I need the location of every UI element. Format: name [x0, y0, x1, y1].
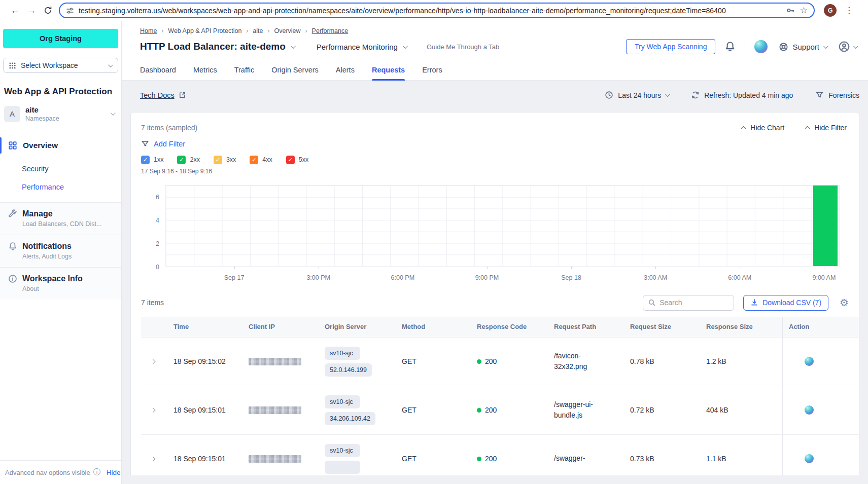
status-filter-label: 4xx [262, 156, 272, 163]
row-client-ip [239, 386, 316, 434]
row-response-size: 1.2 kB [697, 338, 782, 386]
status-filter-checkbox[interactable]: ✓ [286, 156, 295, 164]
status-filter-label: 5xx [299, 156, 308, 163]
hide-filter-toggle[interactable]: Hide Filter [806, 124, 847, 132]
row-client-ip [239, 338, 316, 386]
url-text[interactable]: testing.staging.volterra.us/web/workspac… [79, 7, 781, 15]
breadcrumb-home[interactable]: Home [140, 27, 157, 34]
row-time: 18 Sep 09:15:02 [164, 338, 239, 386]
back-button[interactable]: ← [7, 5, 23, 16]
tab-traffic[interactable]: Traffic [234, 60, 254, 80]
workspace-select[interactable]: Select Workspace [3, 58, 118, 73]
action-sphere-icon[interactable] [805, 454, 814, 463]
status-filter-checkbox[interactable]: ✓ [141, 156, 150, 164]
status-filter-checkbox[interactable]: ✓ [214, 156, 222, 164]
hide-chart-toggle[interactable]: Hide Chart [742, 124, 784, 132]
bookmark-star-icon[interactable]: ☆ [800, 6, 808, 15]
requests-chart: 0246 Sep 173:00 PM6:00 PM9:00 PMSep 183:… [141, 185, 840, 287]
status-filter-5xx[interactable]: ✓ 5xx [286, 156, 308, 164]
row-expander-icon[interactable] [150, 359, 155, 364]
monitoring-dropdown[interactable]: Performance Monitoring [317, 43, 398, 51]
forensics-label: Forensics [828, 91, 859, 99]
tab-origin-servers[interactable]: Origin Servers [271, 60, 319, 80]
status-filter-2xx[interactable]: ✓ 2xx [177, 156, 199, 164]
action-sphere-icon[interactable] [805, 405, 814, 415]
hide-nav-button[interactable]: Hide [107, 469, 121, 476]
gear-icon[interactable]: ⚙ [840, 297, 849, 308]
tech-docs-link[interactable]: Tech Docs [140, 91, 175, 99]
table-row[interactable]: 18 Sep 09:15:01 sv10-sjc 34.206.109.42 G… [141, 386, 859, 434]
browser-menu-icon[interactable]: ⋮ [845, 5, 853, 16]
status-filter-1xx[interactable]: ✓ 1xx [141, 156, 163, 164]
search-box[interactable] [643, 295, 734, 311]
notifications-bell-icon[interactable] [724, 41, 736, 52]
status-filter-checkbox[interactable]: ✓ [250, 156, 258, 164]
status-filters: ✓ 1xx ✓ 2xx ✓ 3xx ✓ 4xx ✓ 5xx [141, 156, 859, 164]
add-filter-button[interactable]: Add Filter [141, 140, 859, 148]
tab-errors[interactable]: Errors [422, 60, 442, 80]
search-input[interactable] [659, 299, 751, 307]
row-action [782, 386, 859, 434]
title-dropdown-icon[interactable] [291, 44, 296, 49]
site-settings-icon[interactable] [66, 7, 74, 15]
assistant-sphere-icon[interactable] [754, 40, 768, 53]
col-method: Method [393, 323, 468, 330]
browser-profile-avatar[interactable]: G [824, 4, 837, 17]
support-menu[interactable]: Support [779, 42, 827, 52]
chart-y-axis: 0246 [141, 185, 163, 267]
breadcrumb-performance[interactable]: Performance [312, 27, 349, 34]
user-menu[interactable] [838, 41, 857, 53]
origin-site-chip: sv10-sjc [325, 347, 360, 360]
tab-dashboard[interactable]: Dashboard [140, 60, 176, 80]
refresh-button[interactable]: Refresh: Updated 4 min ago [691, 91, 793, 99]
forensics-button[interactable]: Forensics [815, 91, 859, 99]
sidebar-item-manage[interactable]: Manage Load Balancers, CDN Dist... [0, 202, 121, 235]
address-bar[interactable]: testing.staging.volterra.us/web/workspac… [59, 3, 815, 18]
forward-button[interactable]: → [23, 5, 40, 16]
breadcrumb-overview[interactable]: Overview [274, 27, 301, 34]
tab-alerts[interactable]: Alerts [336, 60, 355, 80]
chart-plot [165, 185, 840, 267]
sidebar-item-overview[interactable]: Overview [0, 136, 121, 155]
table-row[interactable]: 18 Sep 09:15:02 sv10-sjc 52.0.146.199 GE… [141, 337, 859, 386]
sidebar-item-performance[interactable]: Performance [22, 183, 121, 191]
sidebar-item-notifications[interactable]: Notifications Alerts, Audit Logs [0, 235, 121, 267]
status-filter-label: 3xx [226, 156, 236, 163]
row-request-size: 0.72 kB [621, 386, 697, 434]
try-web-app-scanning-button[interactable]: Try Web App Scanning [626, 39, 715, 54]
breadcrumb-namespace[interactable]: aite [253, 27, 263, 34]
active-indicator [0, 137, 2, 154]
chart-date-range: 17 Sep 9:16 - 18 Sep 9:16 [141, 168, 859, 175]
sidebar-item-security[interactable]: Security [22, 165, 121, 173]
status-filter-checkbox[interactable]: ✓ [177, 156, 186, 164]
tab-requests[interactable]: Requests [372, 60, 405, 80]
breadcrumb-waap[interactable]: Web App & API Protection [168, 27, 241, 34]
namespace-selector[interactable]: A aite Namespace [4, 105, 117, 122]
status-filter-4xx[interactable]: ✓ 4xx [250, 156, 272, 164]
status-filter-3xx[interactable]: ✓ 3xx [214, 156, 236, 164]
row-origin-server: sv10-sjc 52.0.146.199 [316, 338, 393, 386]
add-filter-label: Add Filter [154, 140, 185, 148]
org-staging-button[interactable]: Org Staging [3, 29, 118, 48]
sidebar-item-label: Notifications [22, 242, 72, 251]
password-key-icon[interactable] [786, 6, 795, 15]
sidebar-item-label: Workspace Info [22, 274, 83, 283]
reload-button[interactable] [40, 6, 56, 15]
action-sphere-icon[interactable] [805, 357, 814, 366]
origin-ip-chip [325, 461, 360, 474]
guide-me-link[interactable]: Guide Me Through a Tab [427, 43, 499, 51]
download-csv-button[interactable]: Download CSV (7) [743, 295, 828, 311]
row-expander-icon[interactable] [150, 407, 155, 413]
origin-site-chip: sv10-sjc [325, 444, 360, 457]
tab-metrics[interactable]: Metrics [193, 60, 217, 80]
hide-chart-label: Hide Chart [750, 124, 784, 132]
workspace-select-label: Select Workspace [21, 61, 108, 69]
time-range-select[interactable]: Last 24 hours [605, 91, 669, 99]
tab-bar: Dashboard Metrics Traffic Origin Servers… [122, 60, 868, 81]
col-origin-server: Origin Server [316, 323, 393, 330]
chevron-down-icon[interactable] [403, 44, 408, 49]
sidebar-item-workspace-info[interactable]: Workspace Info About [0, 267, 121, 300]
row-method: GET [393, 386, 468, 434]
row-expander-icon[interactable] [150, 456, 155, 461]
download-csv-label: Download CSV (7) [762, 299, 821, 307]
